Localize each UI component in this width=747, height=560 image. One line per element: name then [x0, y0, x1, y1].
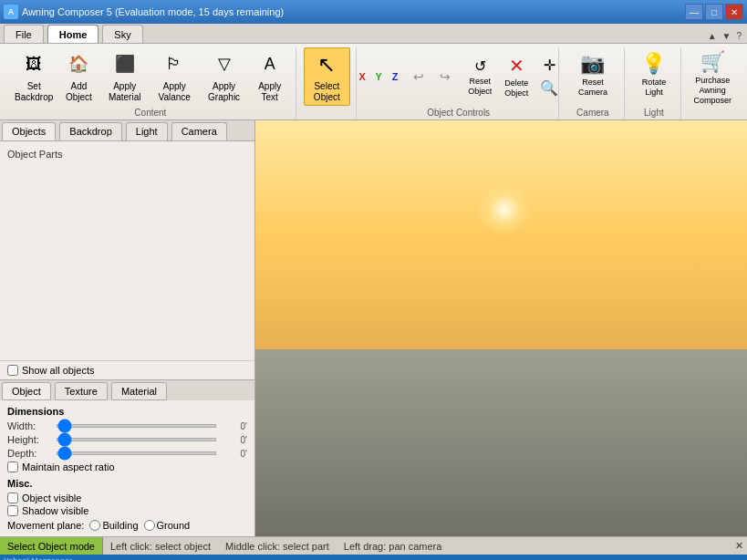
props-tab-texture[interactable]: Texture	[55, 382, 108, 400]
ribbon-group-select: ↖ Select Object	[298, 47, 357, 119]
props-content: Dimensions Width: 0' Height: 0' Depth: 0…	[0, 400, 254, 536]
shadow-visible-checkbox[interactable]	[7, 505, 18, 516]
maintain-aspect-row: Maintain aspect ratio	[7, 461, 247, 472]
movement-plane-label: Movement plane:	[7, 520, 84, 531]
dimensions-title: Dimensions	[7, 406, 247, 417]
tab-sky[interactable]: Sky	[102, 25, 142, 43]
inner-tab-light[interactable]: Light	[126, 122, 168, 140]
ground-option: Ground	[144, 520, 191, 531]
misc-title: Misc.	[7, 478, 247, 489]
object-visible-checkbox[interactable]	[7, 493, 18, 503]
hint-left-drag: Left drag: pan camera	[344, 541, 442, 552]
depth-slider[interactable]	[57, 451, 216, 455]
add-object-button[interactable]: 🏠 Add Object	[58, 47, 99, 106]
qa-help-icon[interactable]: ?	[734, 29, 743, 43]
building-radio[interactable]	[89, 520, 100, 531]
shadow-visible-label: Shadow visible	[22, 505, 88, 516]
object-parts-area: Object Parts	[0, 141, 254, 360]
qa-up-icon[interactable]: ▲	[706, 29, 719, 43]
set-backdrop-label: Set Backdrop	[15, 81, 53, 103]
quick-access-bar: ▲ ▼ ?	[706, 29, 743, 43]
inner-tab-backdrop[interactable]: Backdrop	[59, 122, 121, 140]
maximize-button[interactable]: □	[705, 4, 723, 20]
reset-object-button[interactable]: ↺ Reset Object	[463, 55, 496, 99]
show-all-row: Show all objects	[0, 360, 254, 379]
app-icon: A	[4, 5, 18, 19]
status-mode: Select Object mode	[0, 537, 103, 555]
qa-down-icon[interactable]: ▼	[721, 29, 733, 43]
depth-value: 0'	[220, 449, 247, 459]
purchase-label: Purchase Awning Composer	[693, 76, 731, 105]
select-object-button[interactable]: ↖ Select Object	[304, 47, 350, 106]
axis-y-button[interactable]: Y	[371, 69, 386, 84]
axis-z-button[interactable]: Z	[388, 69, 402, 84]
delete-object-label: Delete Object	[504, 78, 528, 99]
ground-radio[interactable]	[144, 520, 155, 531]
rotate-light-button[interactable]: 💡 Rotate Light	[632, 47, 675, 102]
delete-object-button[interactable]: ✕ Delete Object	[500, 49, 533, 104]
properties-panel: Object Texture Material Dimensions Width…	[0, 379, 254, 536]
minimize-button[interactable]: —	[685, 4, 703, 20]
width-slider[interactable]	[57, 424, 216, 428]
select-object-label: Select Object	[308, 81, 346, 103]
width-value: 0'	[220, 421, 247, 431]
props-tab-bar: Object Texture Material	[0, 380, 254, 400]
axis-x-button[interactable]: X	[355, 69, 369, 84]
taskbar: Yahoo! Messenger	[0, 555, 747, 560]
props-tab-material[interactable]: Material	[111, 382, 167, 400]
sun-glow	[477, 182, 532, 237]
apply-text-button[interactable]: A Apply Text	[250, 47, 290, 106]
props-tab-object[interactable]: Object	[2, 382, 51, 400]
purchase-icon: 🛒	[700, 50, 725, 74]
apply-material-button[interactable]: ⬛ Apply Material	[100, 47, 149, 106]
depth-row: Depth: 0'	[7, 448, 247, 459]
add-object-label: Add Object	[63, 81, 94, 103]
inner-tab-camera[interactable]: Camera	[171, 122, 227, 140]
height-slider[interactable]	[57, 438, 216, 441]
status-bar: Select Object mode Left click: select ob…	[0, 536, 747, 555]
move-icon[interactable]: ✛	[536, 55, 562, 77]
reset-object-label: Reset Object	[468, 77, 492, 97]
apply-valance-button[interactable]: 🏳 Apply Valance	[150, 47, 199, 106]
object-visible-row: Object visible	[7, 493, 247, 503]
undo-button[interactable]: ↩	[406, 66, 431, 88]
tab-file[interactable]: File	[4, 25, 44, 43]
window-title: Awning Composer 5 (Evaluation mode, 15 d…	[22, 6, 284, 17]
camera-icon: 📷	[580, 52, 605, 76]
inner-tab-objects[interactable]: Objects	[2, 122, 56, 140]
building-option: Building	[89, 520, 138, 531]
tab-home[interactable]: Home	[47, 25, 99, 43]
depth-label: Depth:	[7, 448, 53, 459]
height-value: 0'	[220, 435, 247, 445]
zoom-icon[interactable]: 🔍	[536, 78, 562, 99]
apply-text-label: Apply Text	[254, 81, 285, 103]
reset-camera-button[interactable]: 📷 Reset Camera	[566, 47, 618, 102]
misc-section: Misc. Object visible Shadow visible Move…	[7, 478, 247, 531]
set-backdrop-button[interactable]: 🖼 Set Backdrop	[11, 47, 57, 106]
hint-left-click: Left click: select object	[110, 541, 211, 552]
show-all-checkbox[interactable]	[7, 365, 18, 376]
light-group-label: Light	[644, 108, 664, 119]
close-button[interactable]: ✕	[725, 4, 743, 20]
reset-camera-label: Reset Camera	[571, 78, 614, 98]
height-label: Height:	[7, 434, 53, 445]
add-object-icon: 🏠	[64, 50, 93, 79]
purchase-button[interactable]: 🛒 Purchase Awning Composer	[689, 47, 736, 109]
inner-tab-bar: Objects Backdrop Light Camera	[0, 120, 254, 141]
apply-graphic-button[interactable]: ▽ Apply Graphic	[200, 47, 247, 106]
rotate-light-label: Rotate Light	[637, 78, 670, 98]
close-status-icon[interactable]: ✕	[735, 540, 743, 551]
width-label: Width:	[7, 420, 53, 431]
building-label: Building	[102, 520, 138, 531]
redo-button[interactable]: ↪	[432, 66, 458, 88]
object-parts-title: Object Parts	[7, 149, 247, 160]
height-row: Height: 0'	[7, 434, 247, 445]
status-hints: Left click: select object Middle click: …	[103, 541, 449, 552]
show-all-label: Show all objects	[22, 365, 95, 376]
maintain-aspect-checkbox[interactable]	[7, 461, 18, 472]
left-panel: Objects Backdrop Light Camera Object Par…	[0, 120, 255, 536]
movement-plane-row: Movement plane: Building Ground	[7, 520, 247, 531]
ground-background	[255, 349, 747, 536]
object-controls-label: Object Controls	[427, 108, 490, 119]
viewport[interactable]	[255, 120, 747, 536]
